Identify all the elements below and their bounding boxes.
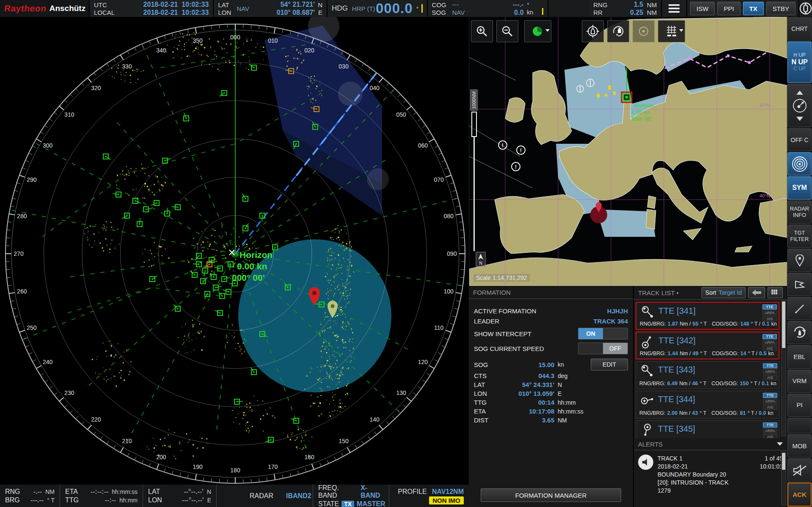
svg-text:110: 110 xyxy=(434,324,444,331)
grid-icon xyxy=(771,290,779,296)
cursor-position-section: LAT--°--.--'N LON---°--.--'E xyxy=(143,485,217,507)
track-row-345[interactable]: TTE [345] TTE ARPA AIS xyxy=(636,420,779,438)
sidebar-ack-button[interactable]: ACK xyxy=(787,482,812,507)
sog-label: SOG xyxy=(432,9,452,16)
rr-unit: NM xyxy=(643,9,657,16)
back-button[interactable] xyxy=(748,287,765,298)
tx-button[interactable]: TX xyxy=(743,2,764,15)
sidebar-orientation-button[interactable]: H UP N UP C UP xyxy=(787,41,812,83)
profile-value[interactable]: NAV12NM xyxy=(432,488,464,496)
track-symbol-icon xyxy=(640,423,655,438)
sidebar-pi-button[interactable]: PI xyxy=(787,394,812,417)
track-info: RNG/BRG:1.87Nm /55° T COG/SOG:148° T /0.… xyxy=(640,321,756,327)
sidebar-line-button[interactable] xyxy=(787,297,812,320)
ais-badge: AIS xyxy=(763,434,777,438)
arpa-badge: ARPA xyxy=(762,310,777,315)
range-down-icon[interactable] xyxy=(796,117,803,121)
rotate-view-button[interactable] xyxy=(607,20,629,42)
radar-ppi-display[interactable]: 0000100200300400500600700800901001101201… xyxy=(0,17,469,484)
local-date: 2018-02-21 xyxy=(143,9,178,16)
zoom-out-button[interactable] xyxy=(496,20,518,42)
range-up-icon[interactable] xyxy=(796,90,803,95)
scrollbar-thumb[interactable] xyxy=(782,301,785,348)
sidebar-symbols-button[interactable]: SYM xyxy=(787,176,812,200)
radar-graphics: 0000100200300400500600700800901001101201… xyxy=(0,17,469,484)
grid-label-50n: 50°N xyxy=(760,103,770,108)
svg-text:340: 340 xyxy=(156,47,166,54)
svg-text:150: 150 xyxy=(339,438,349,444)
sidebar-mute-button[interactable] xyxy=(787,458,812,482)
sidebar-mob-button[interactable]: MOB xyxy=(787,434,812,458)
sidebar-route-button[interactable] xyxy=(787,273,812,296)
freq-band-value: X-BAND xyxy=(361,484,384,499)
sidebar-range-control[interactable] xyxy=(787,84,812,127)
track-info: RNG/BRG:6.49Nm /46° T COG/SOG:150° T /0.… xyxy=(639,381,756,386)
scrollbar-thumb[interactable] xyxy=(782,453,785,470)
edit-button[interactable]: EDIT xyxy=(591,359,628,370)
cursor-ttg-value: --:-- xyxy=(87,496,116,504)
ppi-button[interactable]: PPI xyxy=(717,2,740,15)
power-section xyxy=(799,0,812,17)
isw-button[interactable]: ISW xyxy=(690,2,715,15)
svg-text:310: 310 xyxy=(64,111,74,118)
track-row-341[interactable]: TTE [341] TTE ARPA AIS RNG/BRG:1.87Nm /5… xyxy=(636,302,779,330)
profile-section: PROFILENAV12NM NON IMO xyxy=(389,485,469,507)
sog-current-speed-toggle[interactable]: OFF xyxy=(578,343,628,354)
alert-sound-button[interactable] xyxy=(638,455,653,470)
chart-ownship-speed: 0.00 kn xyxy=(632,109,650,115)
position-source: NAV xyxy=(237,5,255,12)
show-intercept-toggle[interactable]: ON xyxy=(578,328,628,340)
formation-manager-button[interactable]: FORMATION MANAGER xyxy=(481,488,621,502)
sidebar-radar-info-button[interactable]: RADAR INFO xyxy=(787,200,812,224)
formation-title: FORMATION xyxy=(473,289,511,296)
arpa-badge: ARPA xyxy=(763,369,777,374)
sidebar-vrm-button[interactable]: VRM xyxy=(787,370,812,393)
track-row-344[interactable]: TTE [344] TTE ARPA AIS RNG/BRG:2.00Nm /4… xyxy=(636,391,779,419)
track-row-342[interactable]: TTE [342] TTE ARPA AIS RNG/BRG:1.44Nm /4… xyxy=(636,332,779,359)
leader-value[interactable]: TRACK 364 xyxy=(593,318,628,325)
zoom-in-button[interactable] xyxy=(471,20,493,42)
sidebar-rings-button[interactable] xyxy=(787,152,812,175)
alerts-scrollbar[interactable] xyxy=(781,452,786,505)
radar-source-value[interactable]: IBAND2 xyxy=(286,492,311,500)
chart-range-thumb[interactable] xyxy=(471,112,477,137)
track-list-scrollbar[interactable] xyxy=(781,300,786,436)
bottom-status-bar: RNG-.--NM BRG---.--° T ETA--:--:--hh:mm:… xyxy=(0,484,469,507)
menu-icon[interactable] xyxy=(669,4,680,13)
svg-text:!: ! xyxy=(520,147,522,153)
hdg-source: HRP (T) xyxy=(352,5,375,12)
chevron-down-icon[interactable] xyxy=(777,442,783,446)
sidebar-marker-button[interactable] xyxy=(787,249,812,272)
chart-range-slider[interactable]: 1000NM xyxy=(470,90,478,251)
grid-view-button[interactable] xyxy=(768,287,783,298)
center-ship-button[interactable] xyxy=(582,20,604,42)
track-symbol-icon xyxy=(640,394,655,408)
chart-map-panel[interactable]: 50°N 40°N ! ! ! xyxy=(469,17,787,286)
sidebar-chart-button[interactable]: CHRT xyxy=(787,17,812,41)
track-row-343[interactable]: TTE [343] TTE ARPA AIS RNG/BRG:6.49Nm /4… xyxy=(636,361,779,389)
alert-item[interactable]: TRACK 11 of 45 2018-02-2110:01:01 BOUNDA… xyxy=(634,450,787,499)
sidebar-target-filter-button[interactable]: TGT FILTER xyxy=(787,225,812,248)
sidebar-ebl-button[interactable]: EBL xyxy=(787,345,812,368)
display-mode-button[interactable] xyxy=(524,20,551,42)
sog-current-speed-label: SOG CURRENT SPEED xyxy=(474,345,578,352)
formation-panel: FORMATION ACTIVE FORMATION HJHJH LEADER … xyxy=(469,286,634,507)
stby-button[interactable]: STBY xyxy=(766,2,795,15)
hdg-unit: ° xyxy=(416,5,419,12)
svg-text:320: 320 xyxy=(91,85,101,91)
brand-raytheon: Raytheon xyxy=(4,3,47,14)
track-symbol-icon xyxy=(641,335,655,349)
dist-row-label: DIST xyxy=(474,417,508,424)
tte-badge: TTE xyxy=(762,304,777,310)
svg-text:090: 090 xyxy=(447,250,457,257)
sidebar-off-center-button[interactable]: OFF C xyxy=(787,128,812,151)
radar-ownship-name: Horizon xyxy=(239,250,273,260)
layers-button[interactable] xyxy=(658,20,685,42)
sort-button[interactable]: Sort Target Id xyxy=(702,287,746,298)
sidebar-acquire-button[interactable] xyxy=(787,321,812,344)
target-dim-button[interactable] xyxy=(633,20,655,42)
power-icon[interactable] xyxy=(799,2,812,15)
lat-row-unit: N xyxy=(554,381,587,388)
menu-section xyxy=(662,0,687,17)
svg-text:190: 190 xyxy=(193,463,203,470)
